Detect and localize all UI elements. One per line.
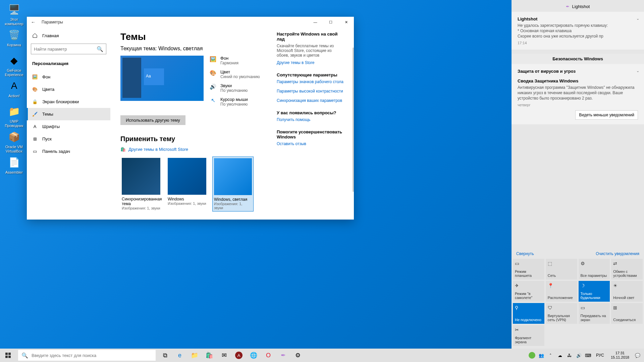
quick-action[interactable]: ⬚Сеть	[546, 259, 577, 280]
notification[interactable]: ⌄ Защита от вирусов и угроз Сводка Защит…	[512, 64, 644, 124]
taskbar-search-input[interactable]	[32, 353, 152, 358]
quick-action[interactable]: 🛡Виртуальная сеть (VPN)	[546, 303, 577, 324]
use-other-theme-button[interactable]: Использовать другую тему	[120, 115, 185, 125]
quick-action[interactable]: ✈Режим "в самолете"	[513, 281, 544, 302]
settings-window: ← Параметры — ☐ ✕ Главная 🔍 Персонализац…	[27, 17, 354, 220]
maximize-button[interactable]: ☐	[323, 17, 338, 27]
network-icon[interactable]: 🖧	[566, 349, 573, 362]
onedrive-icon[interactable]: ☁	[556, 349, 564, 362]
home-button[interactable]: Главная	[27, 29, 110, 42]
close-button[interactable]: ✕	[338, 17, 354, 27]
quick-action[interactable]: ☽Только будильники	[579, 281, 610, 302]
quick-action[interactable]: ▭Режим планшета	[513, 259, 544, 280]
chevron-down-icon[interactable]: ⌄	[636, 16, 639, 21]
people-icon[interactable]: 👥	[538, 349, 545, 362]
search-icon: 🔍	[21, 352, 28, 359]
theme-attr[interactable]: ↖Курсор мышиПо умолчанию	[210, 97, 263, 107]
collapse-link[interactable]: Свернуть	[516, 251, 534, 256]
current-theme-label: Текущая тема: Windows, светлая	[120, 46, 263, 52]
quick-action[interactable]: ⚲Не подключено	[513, 303, 544, 324]
language-indicator[interactable]: РУС	[594, 353, 606, 358]
nav-label: Экран блокировки	[42, 99, 79, 104]
desktop-icon[interactable]: 📄Assembler	[2, 155, 26, 175]
nav-item-Фон[interactable]: 🖼️Фон	[27, 71, 110, 83]
more-themes-link[interactable]: Другие темы в Store	[277, 60, 344, 65]
action-center-button[interactable]: 💬	[634, 349, 641, 362]
desktop-icon[interactable]: 📁UWPПроводник	[2, 104, 26, 128]
taskbar-search[interactable]: 🔍	[18, 350, 156, 361]
quick-action-label: Фрагмент экрана	[515, 336, 542, 344]
clock[interactable]: 17:3115.11.2018	[608, 351, 632, 360]
desktop-icon[interactable]: 📦Oracle VMVirtualBox	[2, 129, 26, 154]
svg-rect-1	[8, 353, 11, 355]
feedback-link[interactable]: Оставить отзыв	[277, 141, 344, 146]
related-link[interactable]: Параметры значков рабочего стола	[277, 79, 344, 84]
related-link[interactable]: Параметры высокой контрастности	[277, 89, 344, 94]
mail-icon[interactable]: ✉	[217, 349, 231, 362]
settings-taskbar-icon[interactable]: ⚙	[290, 349, 305, 362]
quick-action[interactable]: ☀Ночной свет	[611, 281, 643, 302]
desktop-icon[interactable]: AAction!	[2, 78, 26, 98]
desktop-icon[interactable]: 🖥️Этоткомпьютер	[2, 2, 26, 26]
app-icon: 🖥️	[7, 2, 21, 17]
desktop-icon[interactable]: ◆GeForceExperience	[2, 53, 26, 77]
theme-card[interactable]: WindowsИзображения: 1, звуки	[166, 157, 208, 212]
quick-action[interactable]: ▭Передавать на экран	[579, 303, 610, 324]
scrollbar[interactable]	[353, 48, 354, 192]
user-avatar[interactable]	[529, 352, 535, 359]
window-title: Параметры	[39, 20, 308, 24]
chevron-down-icon[interactable]: ⌄	[636, 69, 639, 73]
opera-icon[interactable]: O	[261, 349, 276, 362]
notification[interactable]: ⌄ Lightshot Не удалось зарегистрировать …	[512, 12, 644, 50]
icon-label: Assembler	[2, 170, 26, 175]
start-button[interactable]	[0, 349, 16, 362]
quick-action[interactable]: ✂Фрагмент экрана	[513, 325, 544, 346]
lightshot-icon[interactable]: ✒	[276, 349, 290, 362]
app-icon: 📦	[7, 129, 21, 144]
minimize-button[interactable]: —	[308, 17, 323, 27]
theme-attr[interactable]: 🔊ЗвукиПо умолчанию	[210, 83, 263, 93]
get-help-link[interactable]: Получить помощь	[277, 117, 344, 122]
theme-card[interactable]: Windows, светлаяИзображения: 1, звуки	[212, 157, 254, 212]
settings-search[interactable]: 🔍	[31, 44, 106, 54]
nav-item-Темы[interactable]: 🖌️Темы	[27, 108, 110, 120]
store-icon[interactable]: 🛍️	[202, 349, 217, 362]
nav-item-Шрифты[interactable]: AШрифты	[27, 120, 110, 133]
attr-icon: ↖	[210, 97, 216, 104]
nav-item-Панель задач[interactable]: ▭Панель задач	[27, 145, 110, 158]
nav-icon: 🖌️	[32, 112, 38, 117]
settings-search-input[interactable]	[34, 47, 97, 52]
related-link[interactable]: Синхронизация ваших параметров	[277, 98, 344, 103]
app-icon[interactable]: 🌐	[246, 349, 261, 362]
edge-icon[interactable]: e	[172, 349, 187, 362]
nav-icon: ⊞	[32, 136, 38, 141]
action-icon[interactable]: A	[231, 349, 246, 362]
clear-notifications-link[interactable]: Очистить уведомления	[596, 251, 639, 256]
explorer-icon[interactable]: 📁	[187, 349, 202, 362]
quick-action[interactable]: ⊞Соединиться	[611, 303, 643, 324]
back-button[interactable]: ←	[31, 19, 39, 25]
volume-icon[interactable]: 🔊	[575, 349, 583, 362]
quick-action[interactable]: 📍Расположение	[546, 281, 577, 302]
theme-attr[interactable]: 🖼️ФонГармония	[210, 56, 263, 65]
store-icon: 🛍️	[120, 147, 126, 152]
quick-action[interactable]: ⇄Обмен с устройствами	[611, 259, 643, 280]
desktop-icon[interactable]: 🗑️Корзина	[2, 27, 26, 47]
attr-icon: 🎨	[210, 69, 216, 76]
svg-rect-2	[5, 356, 8, 358]
notification-group-header: Безопасность Windows	[512, 54, 644, 64]
see-fewer-button[interactable]: Видеть меньше уведомлений	[575, 110, 638, 120]
task-view-button[interactable]: ⧉	[158, 349, 172, 362]
quick-action-label: Все параметры	[581, 274, 608, 278]
quick-action[interactable]: ⚙Все параметры	[579, 259, 610, 280]
theme-attr[interactable]: 🎨ЦветСиний по умолчанию	[210, 69, 263, 79]
store-link[interactable]: 🛍️ Другие темы в Microsoft Store	[120, 147, 263, 152]
nav-item-Пуск[interactable]: ⊞Пуск	[27, 133, 110, 145]
app-icon: 📁	[7, 104, 21, 119]
input-icon[interactable]: ⌨	[585, 349, 592, 362]
nav-item-Цвета[interactable]: 🎨Цвета	[27, 83, 110, 96]
tray-chevron-icon[interactable]: ˄	[547, 349, 554, 362]
nav-item-Экран блокировки[interactable]: 🔒Экран блокировки	[27, 96, 110, 108]
quick-action-icon: ▭	[515, 261, 542, 266]
theme-card[interactable]: Синхронизированная темаИзображения: 1, з…	[120, 157, 162, 212]
